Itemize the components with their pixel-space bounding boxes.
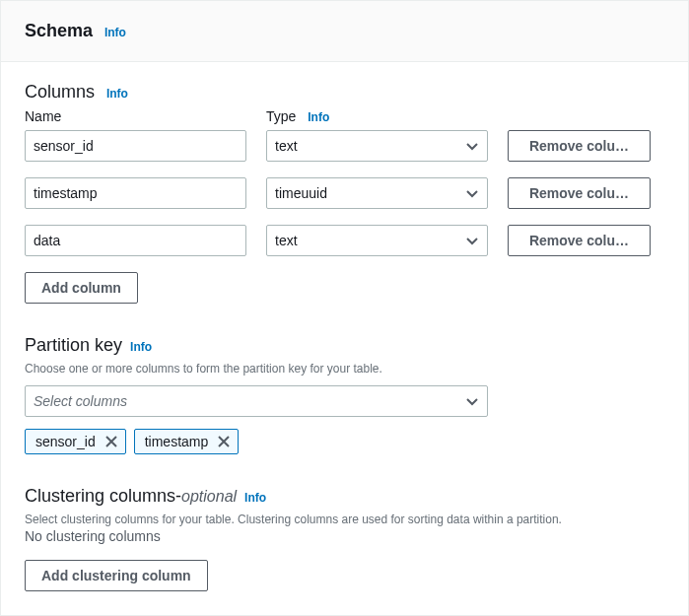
panel-header: Schema Info bbox=[1, 1, 688, 62]
column-row: timeuuid Remove colu… bbox=[25, 177, 664, 209]
optional-label: optional bbox=[181, 488, 237, 506]
type-label: Type bbox=[266, 108, 296, 124]
clustering-info-link[interactable]: Info bbox=[244, 491, 266, 505]
type-info-link[interactable]: Info bbox=[308, 110, 329, 124]
partition-section: Partition key Info Choose one or more co… bbox=[25, 335, 664, 454]
remove-column-button[interactable]: Remove colu… bbox=[508, 177, 651, 209]
clustering-title: Clustering columns bbox=[25, 486, 175, 507]
partition-info-link[interactable]: Info bbox=[130, 340, 152, 354]
tag-label: timestamp bbox=[145, 434, 209, 449]
partition-tags: sensor_id timestamp bbox=[25, 429, 664, 454]
remove-column-button[interactable]: Remove colu… bbox=[508, 130, 651, 162]
column-type-value: text bbox=[275, 233, 298, 248]
column-type-select[interactable]: timeuuid bbox=[266, 177, 488, 209]
column-name-input[interactable] bbox=[25, 177, 246, 209]
schema-info-link[interactable]: Info bbox=[104, 26, 126, 39]
column-name-input[interactable] bbox=[25, 225, 246, 256]
column-type-select[interactable]: text bbox=[266, 225, 488, 256]
partition-title: Partition key bbox=[25, 335, 122, 356]
clustering-section: Clustering columns - optional Info Selec… bbox=[25, 486, 664, 591]
remove-column-button[interactable]: Remove colu… bbox=[508, 225, 651, 256]
columns-field-labels: Name Type Info bbox=[25, 108, 664, 124]
partition-help-text: Choose one or more columns to form the p… bbox=[25, 362, 664, 376]
panel-content: Columns Info Name Type Info text Remove … bbox=[1, 62, 688, 615]
partition-select-placeholder: Select columns bbox=[34, 393, 127, 409]
columns-info-link[interactable]: Info bbox=[106, 87, 128, 101]
type-label-wrapper: Type Info bbox=[266, 108, 488, 124]
column-name-input[interactable] bbox=[25, 130, 246, 162]
tag-label: sensor_id bbox=[35, 434, 96, 449]
panel-title: Schema bbox=[25, 21, 93, 40]
columns-title: Columns bbox=[25, 82, 95, 102]
add-clustering-column-button[interactable]: Add clustering column bbox=[25, 560, 208, 591]
partition-tag: timestamp bbox=[134, 429, 240, 454]
schema-panel: Schema Info Columns Info Name Type Info … bbox=[0, 0, 689, 616]
partition-tag: sensor_id bbox=[25, 429, 126, 454]
columns-section-header: Columns Info bbox=[25, 82, 664, 103]
add-column-button[interactable]: Add column bbox=[25, 272, 138, 304]
column-type-value: text bbox=[275, 138, 298, 154]
close-icon[interactable] bbox=[216, 434, 232, 449]
no-clustering-text: No clustering columns bbox=[25, 528, 664, 544]
column-row: text Remove colu… bbox=[25, 225, 664, 256]
partition-select[interactable]: Select columns bbox=[25, 385, 488, 417]
column-row: text Remove colu… bbox=[25, 130, 664, 162]
column-type-select[interactable]: text bbox=[266, 130, 488, 162]
name-label: Name bbox=[25, 108, 246, 124]
clustering-help-text: Select clustering columns for your table… bbox=[25, 513, 664, 526]
column-type-value: timeuuid bbox=[275, 185, 327, 201]
close-icon[interactable] bbox=[103, 434, 119, 449]
